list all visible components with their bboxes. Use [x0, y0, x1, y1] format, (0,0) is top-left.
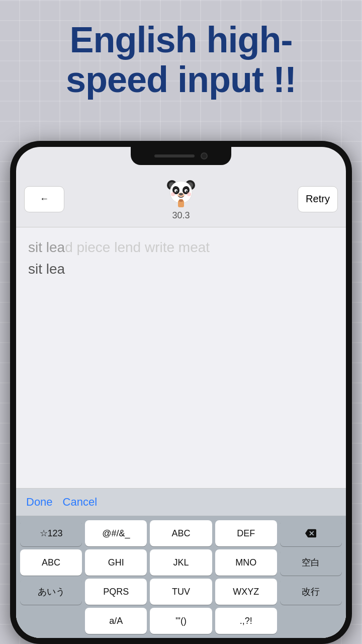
user-input-display: sit lea [28, 261, 65, 277]
svg-point-14 [187, 192, 191, 196]
svg-point-10 [186, 191, 188, 192]
delete-key[interactable] [280, 520, 342, 546]
key-row-4: a/A '"() .,?! [20, 608, 342, 634]
back-button[interactable]: ← [24, 186, 64, 212]
headline-text: English high- speed input !! [20, 20, 342, 100]
keyboard-toolbar: Done Cancel [16, 489, 346, 516]
svg-point-13 [171, 192, 175, 196]
score-display: 30.3 [172, 210, 190, 221]
key-aiuu[interactable]: あいう [20, 579, 82, 605]
key-jkl[interactable]: JKL [150, 549, 212, 576]
backspace-icon [305, 528, 316, 539]
key-mno[interactable]: MNO [215, 549, 277, 576]
panda-mascot [165, 177, 197, 209]
prompt-line: sit lead piece lend write meat [28, 237, 334, 257]
done-label: Done [26, 496, 53, 508]
key-row-3: あいう PQRS TUV WXYZ 改行 [20, 579, 342, 605]
key-star123[interactable]: ☆123 [20, 520, 82, 546]
key-row-1: ☆123 @#/&_ ABC DEF [20, 520, 342, 546]
svg-point-12 [179, 193, 183, 196]
phone-frame: ← [10, 141, 352, 644]
headline-line2: speed input !! [66, 59, 296, 100]
headline-line1: English high- [70, 20, 293, 60]
key-def[interactable]: DEF [215, 520, 277, 546]
headline-area: English high- speed input !! [0, 20, 362, 100]
cancel-label: Cancel [63, 496, 97, 508]
mascot-area: 30.3 [165, 177, 197, 221]
done-button[interactable]: Done [26, 496, 53, 509]
top-bar: ← [16, 171, 346, 227]
notch-camera [201, 152, 208, 159]
key-row-2: ABC GHI JKL MNO 空白 [20, 549, 342, 576]
prompt-typed: sit lea [28, 239, 65, 255]
input-line: sit lea [28, 261, 334, 277]
key-wxyz[interactable]: WXYZ [215, 579, 277, 605]
key-pqrs[interactable]: PQRS [85, 579, 147, 605]
app-content: ← [16, 171, 346, 638]
key-shift[interactable]: a/A [85, 608, 147, 634]
svg-point-9 [176, 191, 177, 192]
svg-rect-16 [179, 199, 183, 202]
phone-notch [131, 147, 231, 165]
notch-bar [154, 154, 195, 157]
back-icon: ← [40, 194, 49, 204]
key-tuv[interactable]: TUV [150, 579, 212, 605]
key-ghi[interactable]: GHI [85, 549, 147, 576]
key-quotes[interactable]: '"() [150, 608, 212, 634]
key-symbols[interactable]: @#/&_ [85, 520, 147, 546]
text-area: sit lead piece lend write meat sit lea [16, 227, 346, 489]
keyboard: ☆123 @#/&_ ABC DEF [16, 516, 346, 638]
key-punctuation[interactable]: .,?! [215, 608, 277, 634]
phone-screen: ← [16, 147, 346, 638]
retry-button[interactable]: Retry [298, 186, 338, 212]
cancel-button[interactable]: Cancel [63, 496, 97, 509]
key-space-jp[interactable]: 空白 [280, 549, 342, 576]
key-abc-top[interactable]: ABC [150, 520, 212, 546]
key-return[interactable]: 改行 [280, 579, 342, 605]
prompt-remaining: d piece lend write meat [65, 239, 210, 255]
retry-label: Retry [306, 193, 330, 205]
key-abc-2[interactable]: ABC [20, 549, 82, 576]
